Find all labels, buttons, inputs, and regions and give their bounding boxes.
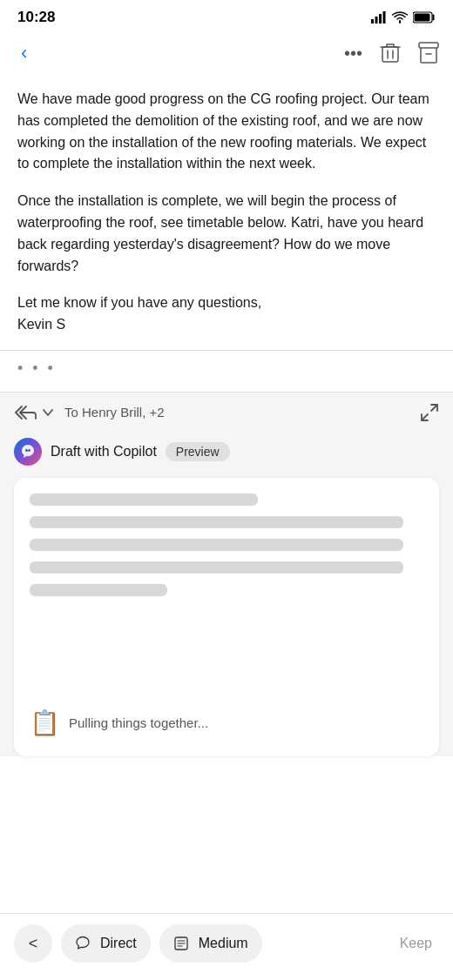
keep-label: Keep <box>400 936 432 951</box>
battery-icon <box>413 11 436 23</box>
svg-rect-2 <box>379 14 382 23</box>
back-button[interactable]: < <box>14 924 52 963</box>
email-body: We have made good progress on the CG roo… <box>0 75 453 351</box>
medium-label: Medium <box>199 936 248 951</box>
reply-to-label: To Henry Brill, +2 <box>64 405 165 420</box>
archive-icon[interactable] <box>418 42 439 64</box>
skeleton-line <box>30 539 403 551</box>
skeleton-lines <box>30 493 423 596</box>
copilot-row: Draft with Copilot Preview <box>0 431 453 474</box>
copilot-label: Draft with Copilot <box>51 444 157 460</box>
direct-label: Direct <box>100 936 137 951</box>
bottom-action-bar: < Direct Medium Keep <box>0 913 453 980</box>
status-icons <box>371 11 436 23</box>
skeleton-line <box>30 516 403 528</box>
email-text: We have made good progress on the CG roo… <box>17 89 436 336</box>
copilot-logo <box>14 438 42 466</box>
svg-rect-7 <box>419 43 438 48</box>
email-paragraph-2: Once the installation is complete, we wi… <box>17 191 436 277</box>
more-icon[interactable]: ••• <box>344 44 362 64</box>
compose-area: To Henry Brill, +2 Draft with Copilot Pr… <box>0 393 453 756</box>
draft-preview-card: 📋 Pulling things together... <box>14 478 439 756</box>
delete-icon[interactable] <box>380 42 401 64</box>
status-bar: 10:28 <box>0 0 453 31</box>
reply-header-left: To Henry Brill, +2 <box>14 405 165 420</box>
email-truncation-dots: • • • <box>0 351 453 393</box>
skeleton-line <box>30 561 403 574</box>
back-nav-button[interactable]: ‹ <box>14 38 34 68</box>
signal-icon <box>371 11 387 23</box>
svg-rect-5 <box>415 14 430 22</box>
medium-icon <box>173 936 189 951</box>
email-paragraph-1: We have made good progress on the CG roo… <box>17 89 436 175</box>
medium-button[interactable]: Medium <box>159 924 262 963</box>
pulling-row: 📋 Pulling things together... <box>30 698 423 741</box>
expand-icon[interactable] <box>420 403 439 422</box>
svg-rect-1 <box>375 17 378 23</box>
ellipsis: • • • <box>17 359 56 377</box>
pulling-text: Pulling things together... <box>69 715 208 730</box>
status-time: 10:28 <box>17 9 55 26</box>
nav-right: ••• <box>344 42 439 64</box>
svg-rect-0 <box>371 19 374 23</box>
back-icon: < <box>29 935 38 953</box>
keep-button[interactable]: Keep <box>393 924 439 963</box>
svg-rect-3 <box>383 11 386 23</box>
chevron-down-icon[interactable] <box>42 408 54 417</box>
nav-left: ‹ <box>14 38 34 68</box>
reply-header: To Henry Brill, +2 <box>0 393 453 431</box>
preview-badge: Preview <box>166 442 230 461</box>
email-paragraph-3: Let me know if you have any questions,Ke… <box>17 292 436 336</box>
chat-icon <box>75 936 91 951</box>
wifi-icon <box>392 11 408 23</box>
nav-bar: ‹ ••• <box>0 31 453 75</box>
skeleton-line <box>30 584 167 596</box>
direct-button[interactable]: Direct <box>61 924 151 963</box>
copilot-logo-svg <box>19 443 37 460</box>
pulling-icon: 📋 <box>30 708 60 737</box>
skeleton-line <box>30 493 258 506</box>
reply-all-icon[interactable] <box>14 405 37 420</box>
svg-rect-6 <box>382 47 398 62</box>
